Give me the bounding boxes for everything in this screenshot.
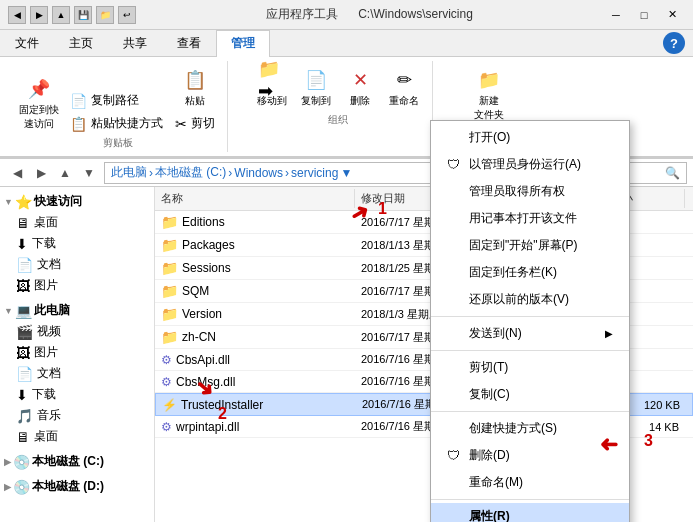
context-menu-item[interactable]: 属性(R) xyxy=(431,503,629,522)
ctx-item-label: 还原以前的版本(V) xyxy=(469,291,569,308)
downloads2-icon: ⬇ xyxy=(16,387,28,403)
nav-buttons: ◀ ▶ ▲ ▼ xyxy=(6,163,100,183)
context-menu-item[interactable]: 重命名(M) xyxy=(431,469,629,496)
ribbon-paste-shortcut-button[interactable]: 📋 粘贴快捷方式 xyxy=(66,113,167,134)
ribbon-copy-button[interactable]: 📄 复制到 xyxy=(296,63,336,111)
ribbon-delete-button[interactable]: ✕ 删除 xyxy=(340,63,380,111)
ribbon-move-button[interactable]: 📁➡ 移动到 xyxy=(252,63,292,111)
window-controls: ─ □ ✕ xyxy=(603,5,685,25)
nav-forward-button[interactable]: ▶ xyxy=(30,163,52,183)
help-button[interactable]: ? xyxy=(663,32,685,54)
context-menu-item[interactable]: 剪切(T) xyxy=(431,354,629,381)
sidebar-drive-c-header[interactable]: ▶ 💿 本地磁盘 (C:) xyxy=(0,451,154,472)
ctx-item-label: 固定到"开始"屏幕(P) xyxy=(469,237,578,254)
title-bar: ◀ ▶ ▲ 💾 📁 ↩ 应用程序工具 C:\Windows\servicing … xyxy=(0,0,693,30)
tb-save[interactable]: 💾 xyxy=(74,6,92,24)
nav-back-button[interactable]: ◀ xyxy=(6,163,28,183)
close-button[interactable]: ✕ xyxy=(659,5,685,25)
sidebar-item-videos[interactable]: 🎬 视频 xyxy=(0,321,154,342)
music-label: 音乐 xyxy=(37,407,61,424)
context-menu-separator xyxy=(431,350,629,351)
file-name: 📁Packages xyxy=(155,236,355,254)
ribbon-new-folder-button[interactable]: 📁 新建文件夹 xyxy=(469,63,509,125)
tb-back[interactable]: ◀ xyxy=(8,6,26,24)
tb-forward[interactable]: ▶ xyxy=(30,6,48,24)
sidebar-quick-access-header[interactable]: ▼ ⭐ 快速访问 xyxy=(0,191,154,212)
sidebar-drive-d-section: ▶ 💿 本地磁盘 (D:) xyxy=(0,476,154,497)
path-computer[interactable]: 此电脑 xyxy=(111,164,147,181)
tab-file[interactable]: 文件 xyxy=(0,30,54,56)
tab-manage[interactable]: 管理 xyxy=(216,30,270,57)
tb-undo[interactable]: ↩ xyxy=(118,6,136,24)
context-menu-separator xyxy=(431,411,629,412)
quick-access-label: 快速访问 xyxy=(34,193,82,210)
quick-access-icon: ⭐ xyxy=(15,194,32,210)
sidebar-item-music[interactable]: 🎵 音乐 xyxy=(0,405,154,426)
delete-icon: ✕ xyxy=(346,66,374,94)
file-name: ⚙wrpintapi.dll xyxy=(155,419,355,435)
videos-label: 视频 xyxy=(37,323,61,340)
ribbon-pin-button[interactable]: 📌 固定到快速访问 xyxy=(16,72,62,134)
sidebar-item-pictures2[interactable]: 🖼 图片 xyxy=(0,342,154,363)
context-menu-item[interactable]: 固定到任务栏(K) xyxy=(431,259,629,286)
ctx-item-label: 剪切(T) xyxy=(469,359,508,376)
tb-up[interactable]: ▲ xyxy=(52,6,70,24)
nav-recent-button[interactable]: ▼ xyxy=(78,163,100,183)
sidebar-thispc-header[interactable]: ▼ 💻 此电脑 xyxy=(0,300,154,321)
folder-icon: 📁 xyxy=(161,283,178,299)
col-header-name[interactable]: 名称 xyxy=(155,189,355,208)
downloads2-label: 下载 xyxy=(32,386,56,403)
tab-share[interactable]: 共享 xyxy=(108,30,162,56)
tab-home[interactable]: 主页 xyxy=(54,30,108,56)
window-title: 应用程序工具 C:\Windows\servicing xyxy=(136,6,603,23)
chevron-thispc-icon: ▼ xyxy=(4,306,13,316)
paste-icon: 📋 xyxy=(181,66,209,94)
drive-c-icon: 💿 xyxy=(13,454,30,470)
context-menu-item[interactable]: 还原以前的版本(V) xyxy=(431,286,629,313)
sidebar-item-desktop2[interactable]: 🖥 桌面 xyxy=(0,426,154,447)
context-menu-item[interactable]: 固定到"开始"屏幕(P) xyxy=(431,232,629,259)
path-drive[interactable]: 本地磁盘 (C:) xyxy=(155,164,226,181)
ctx-item-label: 复制(C) xyxy=(469,386,510,403)
sidebar-item-desktop[interactable]: 🖥 桌面 xyxy=(0,212,154,233)
ribbon-cut-button[interactable]: ✂ 剪切 xyxy=(171,113,219,134)
context-menu-item[interactable]: 复制(C) xyxy=(431,381,629,408)
context-menu-item[interactable]: 🛡以管理员身份运行(A) xyxy=(431,151,629,178)
context-menu-item[interactable]: 打开(O) xyxy=(431,124,629,151)
sidebar-drive-d-header[interactable]: ▶ 💿 本地磁盘 (D:) xyxy=(0,476,154,497)
window-path-text: C:\Windows\servicing xyxy=(358,7,473,21)
path-servicing[interactable]: servicing xyxy=(291,166,338,180)
desktop2-label: 桌面 xyxy=(34,428,58,445)
paste-shortcut-label: 粘贴快捷方式 xyxy=(91,115,163,132)
sidebar-thispc-section: ▼ 💻 此电脑 🎬 视频 🖼 图片 📄 文档 ⬇ 下载 🎵 xyxy=(0,300,154,447)
maximize-button[interactable]: □ xyxy=(631,5,657,25)
tab-view[interactable]: 查看 xyxy=(162,30,216,56)
drive-d-label: 本地磁盘 (D:) xyxy=(32,478,104,495)
tb-folder[interactable]: 📁 xyxy=(96,6,114,24)
drive-d-icon: 💿 xyxy=(13,479,30,495)
ribbon-rename-button[interactable]: ✏ 重命名 xyxy=(384,63,424,111)
ribbon-paste-button[interactable]: 📋 粘贴 xyxy=(178,63,212,111)
file-name: 📁SQM xyxy=(155,282,355,300)
pin-icon: 📌 xyxy=(25,75,53,103)
ribbon-copy-path-button[interactable]: 📄 复制路径 xyxy=(66,90,167,111)
sidebar-item-downloads[interactable]: ⬇ 下载 xyxy=(0,233,154,254)
context-menu-item[interactable]: 管理员取得所有权 xyxy=(431,178,629,205)
pictures2-label: 图片 xyxy=(34,344,58,361)
nav-up-button[interactable]: ▲ xyxy=(54,163,76,183)
annotation-number-3: 3 xyxy=(644,432,653,450)
ctx-item-label: 创建快捷方式(S) xyxy=(469,420,557,437)
sidebar-item-pictures[interactable]: 🖼 图片 xyxy=(0,275,154,296)
sidebar-item-documents2[interactable]: 📄 文档 xyxy=(0,363,154,384)
submenu-arrow-icon: ▶ xyxy=(605,328,613,339)
chevron-drived-icon: ▶ xyxy=(4,482,11,492)
context-menu-separator xyxy=(431,499,629,500)
minimize-button[interactable]: ─ xyxy=(603,5,629,25)
desktop-label: 桌面 xyxy=(34,214,58,231)
context-menu-item[interactable]: 用记事本打开该文件 xyxy=(431,205,629,232)
path-windows[interactable]: Windows xyxy=(234,166,283,180)
context-menu-item[interactable]: 发送到(N)▶ xyxy=(431,320,629,347)
sidebar-item-documents[interactable]: 📄 文档 xyxy=(0,254,154,275)
sidebar-item-downloads2[interactable]: ⬇ 下载 xyxy=(0,384,154,405)
delete-label: 删除 xyxy=(350,94,370,108)
